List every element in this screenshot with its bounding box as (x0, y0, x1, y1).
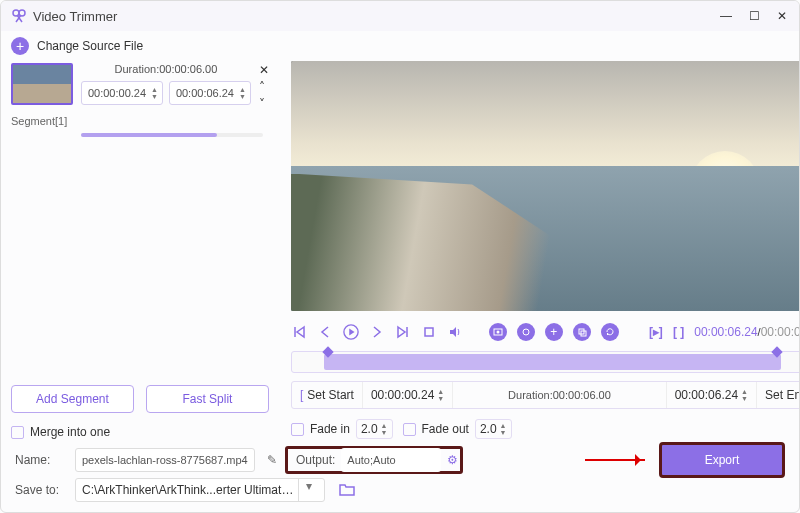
time-display: 00:00:06.24/00:00:08.02 (694, 325, 800, 339)
trim-range-bar: [Set Start 00:00:00.24▲▼ Duration:00:00:… (291, 381, 800, 409)
add-source-icon[interactable]: + (11, 37, 29, 55)
name-label: Name: (15, 453, 67, 467)
skip-end-icon[interactable] (395, 324, 411, 340)
segment-up-icon[interactable]: ˄ (259, 80, 269, 94)
trim-end-input[interactable]: 00:00:06.24▲▼ (667, 382, 757, 408)
set-start-button[interactable]: [Set Start (292, 382, 363, 408)
volume-icon[interactable] (447, 324, 463, 340)
segment-close-icon[interactable]: ✕ (259, 63, 269, 77)
minimize-button[interactable]: — (719, 9, 733, 23)
trim-duration: Duration:00:00:06.00 (453, 382, 666, 408)
segment-down-icon[interactable]: ˅ (259, 97, 269, 111)
close-button[interactable]: ✕ (775, 9, 789, 23)
top-toolbar: + Change Source File (1, 31, 799, 61)
svg-point-0 (13, 10, 19, 16)
open-folder-icon[interactable] (339, 482, 355, 499)
segments-panel: Duration:00:00:06.00 00:00:00.24▲▼ 00:00… (1, 61, 279, 439)
svg-rect-3 (425, 328, 433, 336)
maximize-button[interactable]: ☐ (747, 9, 761, 23)
svg-point-6 (523, 329, 529, 335)
fade-in-checkbox[interactable] (291, 423, 304, 436)
output-highlight: Output: Auto;Auto ⚙ (285, 446, 463, 474)
set-end-button[interactable]: Set End] (757, 382, 800, 408)
copy-clip-icon[interactable] (573, 323, 591, 341)
next-frame-icon[interactable] (369, 324, 385, 340)
player-controls: + [▸] [ ] 00:00:06.24/00:00:08.02 (291, 317, 800, 347)
add-clip-icon[interactable]: + (545, 323, 563, 341)
segment-duration: Duration:00:00:06.00 (115, 63, 218, 75)
fade-out-input[interactable]: 2.0▲▼ (475, 419, 512, 439)
output-settings-icon[interactable]: ⚙ (447, 453, 458, 467)
video-preview[interactable] (291, 61, 800, 311)
name-field[interactable]: pexels-lachlan-ross-8775687.mp4 (75, 448, 255, 472)
mark-out-icon[interactable]: [ ] (673, 325, 684, 339)
skip-start-icon[interactable] (291, 324, 307, 340)
fade-in-label: Fade in (310, 422, 350, 436)
timeline-slider[interactable] (291, 351, 800, 373)
segment-label: Segment[1] (11, 115, 269, 127)
annotation-arrow-icon (585, 459, 645, 461)
fade-out-label: Fade out (422, 422, 469, 436)
segment-slider[interactable] (81, 133, 263, 137)
merge-checkbox[interactable] (11, 426, 24, 439)
segment-row[interactable]: Duration:00:00:06.00 00:00:00.24▲▼ 00:00… (11, 63, 269, 111)
app-logo-icon (11, 8, 27, 24)
play-icon[interactable] (343, 324, 359, 340)
export-button[interactable]: Export (659, 442, 785, 478)
change-source-button[interactable]: Change Source File (37, 39, 143, 53)
edit-name-icon[interactable]: ✎ (267, 453, 277, 467)
spinner-icon[interactable]: ▲▼ (239, 86, 246, 100)
svg-point-1 (19, 10, 25, 16)
merge-label: Merge into one (30, 425, 110, 439)
save-to-label: Save to: (15, 483, 67, 497)
stop-icon[interactable] (421, 324, 437, 340)
output-field[interactable]: Auto;Auto (341, 448, 441, 472)
spinner-icon[interactable]: ▲▼ (151, 86, 158, 100)
snapshot-icon[interactable] (489, 323, 507, 341)
fade-out-checkbox[interactable] (403, 423, 416, 436)
add-segment-button[interactable]: Add Segment (11, 385, 134, 413)
output-label: Output: (296, 453, 335, 467)
svg-point-5 (496, 331, 499, 334)
mark-in-icon[interactable]: [▸] (649, 325, 663, 339)
loop-icon[interactable] (601, 323, 619, 341)
footer: Name: pexels-lachlan-ross-8775687.mp4 ✎ … (1, 439, 799, 511)
prev-frame-icon[interactable] (317, 324, 333, 340)
trim-start-input[interactable]: 00:00:00.24▲▼ (363, 382, 453, 408)
window-title: Video Trimmer (33, 9, 117, 24)
fade-in-input[interactable]: 2.0▲▼ (356, 419, 393, 439)
segment-thumbnail[interactable] (11, 63, 73, 105)
path-dropdown-icon[interactable]: ▾ (298, 479, 318, 501)
preview-panel: + [▸] [ ] 00:00:06.24/00:00:08.02 [Set S… (279, 61, 800, 439)
screenshot-icon[interactable] (517, 323, 535, 341)
save-to-field[interactable]: C:\ArkThinker\ArkThink...erter Ultimate\… (75, 478, 325, 502)
title-bar: Video Trimmer — ☐ ✕ (1, 1, 799, 31)
segment-end-input[interactable]: 00:00:06.24▲▼ (169, 81, 251, 105)
fast-split-button[interactable]: Fast Split (146, 385, 269, 413)
segment-start-input[interactable]: 00:00:00.24▲▼ (81, 81, 163, 105)
